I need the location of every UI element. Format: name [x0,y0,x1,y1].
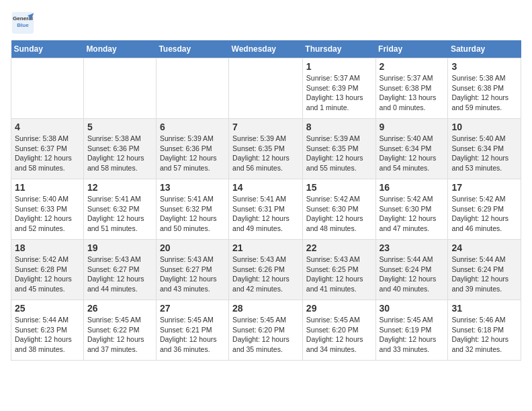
day-info: Sunrise: 5:42 AM Sunset: 6:30 PM Dayligh… [306,194,372,234]
calendar-cell [11,58,84,119]
calendar-cell: 17Sunrise: 5:42 AM Sunset: 6:29 PM Dayli… [448,179,521,240]
logo-icon: General Blue [11,11,35,35]
day-info: Sunrise: 5:45 AM Sunset: 6:20 PM Dayligh… [306,315,372,355]
day-number: 31 [451,303,517,314]
day-info: Sunrise: 5:37 AM Sunset: 6:39 PM Dayligh… [306,73,372,113]
day-info: Sunrise: 5:41 AM Sunset: 6:32 PM Dayligh… [160,194,225,234]
day-info: Sunrise: 5:46 AM Sunset: 6:18 PM Dayligh… [451,315,517,355]
calendar-cell [83,58,156,119]
day-number: 19 [87,242,152,253]
day-number: 12 [87,182,152,193]
calendar-cell: 3Sunrise: 5:38 AM Sunset: 6:38 PM Daylig… [448,58,521,119]
header: General Blue [11,11,521,35]
calendar-header: SundayMondayTuesdayWednesdayThursdayFrid… [11,40,521,58]
day-info: Sunrise: 5:43 AM Sunset: 6:27 PM Dayligh… [87,255,152,294]
calendar-cell: 1Sunrise: 5:37 AM Sunset: 6:39 PM Daylig… [302,58,375,119]
day-number: 16 [380,182,445,193]
calendar-cell: 30Sunrise: 5:45 AM Sunset: 6:19 PM Dayli… [375,300,448,361]
calendar-cell: 2Sunrise: 5:37 AM Sunset: 6:38 PM Daylig… [375,58,448,119]
day-number: 9 [380,122,445,132]
day-info: Sunrise: 5:38 AM Sunset: 6:36 PM Dayligh… [87,134,152,173]
day-info: Sunrise: 5:38 AM Sunset: 6:37 PM Dayligh… [15,134,80,173]
day-info: Sunrise: 5:44 AM Sunset: 6:24 PM Dayligh… [380,255,445,294]
day-info: Sunrise: 5:38 AM Sunset: 6:38 PM Dayligh… [451,73,517,113]
weekday-header: Monday [83,40,156,58]
calendar-cell: 18Sunrise: 5:42 AM Sunset: 6:28 PM Dayli… [11,240,84,300]
day-info: Sunrise: 5:40 AM Sunset: 6:34 PM Dayligh… [451,134,517,173]
day-number: 10 [451,122,517,132]
day-number: 14 [232,182,299,193]
weekday-header: Friday [375,40,448,58]
day-number: 24 [451,242,517,253]
weekday-header: Thursday [302,40,375,58]
day-info: Sunrise: 5:37 AM Sunset: 6:38 PM Dayligh… [380,73,445,113]
day-number: 20 [160,242,225,253]
day-info: Sunrise: 5:43 AM Sunset: 6:27 PM Dayligh… [160,255,225,294]
day-info: Sunrise: 5:40 AM Sunset: 6:34 PM Dayligh… [380,134,445,173]
weekday-header: Sunday [11,40,84,58]
calendar-cell: 11Sunrise: 5:40 AM Sunset: 6:33 PM Dayli… [11,179,84,240]
day-number: 18 [15,242,80,253]
calendar-cell: 28Sunrise: 5:45 AM Sunset: 6:20 PM Dayli… [229,300,303,361]
day-number: 29 [306,303,372,314]
calendar-cell: 8Sunrise: 5:39 AM Sunset: 6:35 PM Daylig… [302,119,375,179]
day-info: Sunrise: 5:41 AM Sunset: 6:32 PM Dayligh… [87,194,152,234]
day-number: 17 [451,182,517,193]
calendar-week: 1Sunrise: 5:37 AM Sunset: 6:39 PM Daylig… [11,58,521,119]
day-number: 28 [232,303,299,314]
calendar-cell: 5Sunrise: 5:38 AM Sunset: 6:36 PM Daylig… [83,119,156,179]
day-info: Sunrise: 5:42 AM Sunset: 6:28 PM Dayligh… [15,255,80,294]
calendar-cell: 23Sunrise: 5:44 AM Sunset: 6:24 PM Dayli… [375,240,448,300]
day-info: Sunrise: 5:45 AM Sunset: 6:21 PM Dayligh… [160,315,225,355]
day-info: Sunrise: 5:42 AM Sunset: 6:30 PM Dayligh… [380,194,445,234]
calendar-table: SundayMondayTuesdayWednesdayThursdayFrid… [11,40,521,361]
day-number: 2 [380,61,445,72]
weekday-header: Saturday [448,40,521,58]
calendar-cell: 16Sunrise: 5:42 AM Sunset: 6:30 PM Dayli… [375,179,448,240]
calendar-cell: 20Sunrise: 5:43 AM Sunset: 6:27 PM Dayli… [156,240,228,300]
day-number: 23 [380,242,445,253]
day-info: Sunrise: 5:43 AM Sunset: 6:25 PM Dayligh… [306,255,372,294]
calendar-week: 4Sunrise: 5:38 AM Sunset: 6:37 PM Daylig… [11,119,521,179]
calendar-cell: 9Sunrise: 5:40 AM Sunset: 6:34 PM Daylig… [375,119,448,179]
day-info: Sunrise: 5:44 AM Sunset: 6:24 PM Dayligh… [451,255,517,294]
calendar-cell: 7Sunrise: 5:39 AM Sunset: 6:35 PM Daylig… [229,119,303,179]
day-number: 3 [451,61,517,72]
day-info: Sunrise: 5:39 AM Sunset: 6:35 PM Dayligh… [232,134,299,173]
day-number: 13 [160,182,225,193]
calendar-cell: 14Sunrise: 5:41 AM Sunset: 6:31 PM Dayli… [229,179,303,240]
calendar-cell [229,58,303,119]
calendar-cell: 22Sunrise: 5:43 AM Sunset: 6:25 PM Dayli… [302,240,375,300]
day-info: Sunrise: 5:44 AM Sunset: 6:23 PM Dayligh… [15,315,80,355]
day-info: Sunrise: 5:39 AM Sunset: 6:36 PM Dayligh… [160,134,225,173]
calendar-cell: 6Sunrise: 5:39 AM Sunset: 6:36 PM Daylig… [156,119,228,179]
day-info: Sunrise: 5:45 AM Sunset: 6:22 PM Dayligh… [87,315,152,355]
calendar-cell: 29Sunrise: 5:45 AM Sunset: 6:20 PM Dayli… [302,300,375,361]
day-info: Sunrise: 5:42 AM Sunset: 6:29 PM Dayligh… [451,194,517,234]
calendar-cell [156,58,228,119]
day-number: 15 [306,182,372,193]
day-number: 6 [160,122,225,132]
calendar-week: 25Sunrise: 5:44 AM Sunset: 6:23 PM Dayli… [11,300,521,361]
calendar-cell: 4Sunrise: 5:38 AM Sunset: 6:37 PM Daylig… [11,119,84,179]
day-info: Sunrise: 5:41 AM Sunset: 6:31 PM Dayligh… [232,194,299,234]
day-info: Sunrise: 5:45 AM Sunset: 6:19 PM Dayligh… [380,315,445,355]
calendar-week: 18Sunrise: 5:42 AM Sunset: 6:28 PM Dayli… [11,240,521,300]
calendar-cell: 10Sunrise: 5:40 AM Sunset: 6:34 PM Dayli… [448,119,521,179]
calendar-week: 11Sunrise: 5:40 AM Sunset: 6:33 PM Dayli… [11,179,521,240]
weekday-header: Wednesday [229,40,303,58]
calendar-cell: 19Sunrise: 5:43 AM Sunset: 6:27 PM Dayli… [83,240,156,300]
day-number: 25 [15,303,80,314]
day-number: 27 [160,303,225,314]
day-number: 8 [306,122,372,132]
day-number: 30 [380,303,445,314]
day-number: 22 [306,242,372,253]
calendar-cell: 15Sunrise: 5:42 AM Sunset: 6:30 PM Dayli… [302,179,375,240]
calendar-cell: 21Sunrise: 5:43 AM Sunset: 6:26 PM Dayli… [229,240,303,300]
day-info: Sunrise: 5:40 AM Sunset: 6:33 PM Dayligh… [15,194,80,234]
day-number: 5 [87,122,152,132]
logo: General Blue [11,11,35,35]
day-number: 7 [232,122,299,132]
calendar-cell: 13Sunrise: 5:41 AM Sunset: 6:32 PM Dayli… [156,179,228,240]
calendar-cell: 27Sunrise: 5:45 AM Sunset: 6:21 PM Dayli… [156,300,228,361]
